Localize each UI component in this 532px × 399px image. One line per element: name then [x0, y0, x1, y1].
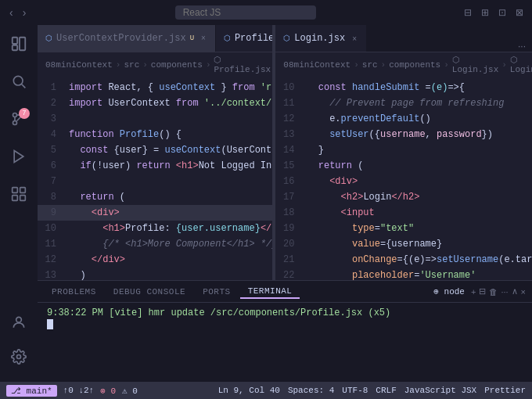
- left-code-area[interactable]: 1 import React, { useContext } from 'rea…: [38, 77, 272, 280]
- terminal-trash-btn[interactable]: 🗑: [489, 287, 498, 297]
- sidebar-item-extensions[interactable]: [6, 182, 31, 207]
- code-line: 19 type="text": [275, 221, 532, 236]
- tab-problems[interactable]: PROBLEMS: [44, 286, 104, 298]
- terminal-split-btn[interactable]: ⊟: [479, 286, 486, 297]
- title-bar: ‹ › ⊟ ⊞ ⊡ ⊠: [0, 0, 532, 25]
- code-line: 6 if(!user) return <h1>Not Logged In</h1…: [38, 158, 272, 174]
- svg-line-4: [22, 84, 26, 88]
- svg-rect-0: [13, 38, 17, 44]
- code-line: 7: [38, 174, 272, 189]
- terminal-cursor: [47, 319, 53, 329]
- code-line: 5 const {user} = useContext(UserContext): [38, 142, 272, 158]
- errors-status[interactable]: ⊗ 0: [100, 386, 116, 396]
- sync-status[interactable]: ↑0 ↓2↑: [63, 386, 95, 395]
- editor-split: ⬡ UserContextProvider.jsx U × ⬡ Profile.…: [38, 25, 532, 280]
- terminal-panel: PROBLEMS DEBUG CONSOLE PORTS TERMINAL ⊕ …: [38, 280, 532, 382]
- tab-label: Profile.jsx: [235, 33, 272, 44]
- right-editor-pane: ⬡ Login.jsx × ··· 08miniContext › src › …: [275, 25, 532, 280]
- terminal-add-btn[interactable]: +: [471, 287, 476, 297]
- prettier-status[interactable]: Prettier: [484, 386, 526, 395]
- code-line: 10 <h1>Profile: {user.username}</h1>: [38, 221, 272, 236]
- code-line: 15 return (: [275, 158, 532, 174]
- terminal-max-btn[interactable]: ×: [521, 287, 526, 297]
- code-line: 3: [38, 111, 272, 127]
- terminal-min-btn[interactable]: ∧: [512, 286, 518, 297]
- code-line: 20 value={username}: [275, 236, 532, 252]
- code-line: 17 <h2>Login</h2>: [275, 189, 532, 205]
- layout-btn-3[interactable]: ⊡: [496, 5, 509, 20]
- code-line: 1 import React, { useContext } from 'rea…: [38, 80, 272, 95]
- code-line: 11 // Prevent page from refreshing: [275, 95, 532, 111]
- terminal-more-btn[interactable]: ···: [501, 287, 508, 297]
- code-line: 10 const handleSubmit =(e)=>{: [275, 80, 532, 95]
- search-bar-container: [34, 5, 457, 20]
- svg-point-3: [13, 76, 23, 85]
- cursor-position[interactable]: Ln 9, Col 40: [218, 386, 280, 395]
- tab-login[interactable]: ⬡ Login.jsx ×: [275, 25, 367, 52]
- svg-marker-11: [14, 151, 23, 163]
- code-line: 2 import UserContext from '../context/Us…: [38, 95, 272, 111]
- spaces-status[interactable]: Spaces: 4: [288, 386, 334, 395]
- search-input[interactable]: [175, 5, 316, 20]
- code-line: 12 e.preventDefault(): [275, 111, 532, 127]
- right-tab-actions: ···: [512, 41, 532, 52]
- code-line: 21 onChange={(e)=>setUsername(e.target.v…: [275, 252, 532, 268]
- right-tab-bar: ⬡ Login.jsx × ···: [275, 25, 532, 52]
- svg-rect-14: [13, 196, 18, 201]
- tab-label: Login.jsx: [294, 33, 345, 44]
- code-line: 8 return (: [38, 189, 272, 205]
- title-bar-right: ⊟ ⊞ ⊡ ⊠: [462, 5, 526, 20]
- git-badge: 7: [19, 108, 30, 119]
- status-bar-right: Ln 9, Col 40 Spaces: 4 UTF-8 CRLF JavaSc…: [218, 386, 526, 395]
- back-button[interactable]: ‹: [6, 5, 16, 20]
- warnings-status[interactable]: ⚠ 0: [122, 386, 138, 396]
- layout-btn-2[interactable]: ⊞: [479, 5, 491, 20]
- accounts-icon[interactable]: [6, 310, 31, 335]
- layout-btn-1[interactable]: ⊟: [462, 5, 474, 20]
- left-breadcrumb: 08miniContext › src › components › ⬡ Pro…: [38, 52, 272, 77]
- language-status[interactable]: JavaScript JSX: [404, 386, 476, 395]
- editors-area: ⬡ UserContextProvider.jsx U × ⬡ Profile.…: [38, 25, 532, 382]
- sidebar-item-explorer[interactable]: [6, 31, 31, 56]
- svg-point-16: [16, 317, 22, 322]
- encoding-status[interactable]: UTF-8: [342, 386, 368, 395]
- svg-rect-1: [13, 45, 17, 50]
- code-line: 14 }: [275, 142, 532, 158]
- code-line: 18 <input: [275, 205, 532, 221]
- svg-rect-15: [20, 196, 26, 201]
- svg-point-17: [17, 355, 21, 359]
- tab-usercontextprovider[interactable]: ⬡ UserContextProvider.jsx U ×: [38, 25, 216, 52]
- tab-profile[interactable]: ⬡ Profile.jsx U ×: [216, 25, 272, 52]
- svg-rect-2: [20, 38, 25, 51]
- sidebar-item-git[interactable]: 7: [6, 106, 31, 131]
- svg-rect-13: [20, 188, 26, 193]
- settings-icon[interactable]: [6, 344, 31, 369]
- tab-terminal[interactable]: TERMINAL: [240, 285, 300, 299]
- tab-ports[interactable]: PORTS: [195, 286, 239, 298]
- code-line: 13 setUser({username, password}): [275, 127, 532, 142]
- more-btn-right[interactable]: ···: [518, 41, 526, 52]
- code-line: 11 {/* <h1>More Component</h1> */}: [38, 236, 272, 252]
- activity-bar: 7: [0, 25, 38, 382]
- forward-button[interactable]: ›: [20, 5, 30, 20]
- tab-close-btn-login[interactable]: ×: [350, 34, 358, 44]
- terminal-body[interactable]: 9:38:22 PM [vite] hmr update /src/compon…: [38, 303, 532, 382]
- svg-point-5: [13, 113, 17, 117]
- title-bar-left: ‹ ›: [6, 5, 29, 20]
- terminal-tab-bar: PROBLEMS DEBUG CONSOLE PORTS TERMINAL ⊕ …: [38, 281, 532, 303]
- git-branch-status[interactable]: ⎇ main*: [6, 385, 57, 397]
- tab-close-btn[interactable]: ×: [200, 33, 207, 43]
- right-code-area[interactable]: 10 const handleSubmit =(e)=>{ 11 // Prev…: [275, 77, 532, 280]
- status-bar-left: ⎇ main* ↑0 ↓2↑ ⊗ 0 ⚠ 0: [6, 385, 138, 397]
- left-editor-pane: ⬡ UserContextProvider.jsx U × ⬡ Profile.…: [38, 25, 272, 280]
- code-line: 4 function Profile() {: [38, 127, 272, 142]
- svg-rect-12: [13, 188, 18, 193]
- sidebar-item-search[interactable]: [6, 69, 31, 94]
- left-tab-bar: ⬡ UserContextProvider.jsx U × ⬡ Profile.…: [38, 25, 272, 52]
- layout-btn-4[interactable]: ⊠: [513, 5, 526, 20]
- tab-debug-console[interactable]: DEBUG CONSOLE: [106, 286, 193, 298]
- line-ending-status[interactable]: CRLF: [376, 386, 396, 395]
- terminal-output-line: 9:38:22 PM [vite] hmr update /src/compon…: [47, 307, 523, 318]
- code-line: 12 </div>: [38, 252, 272, 268]
- sidebar-item-debug[interactable]: [6, 144, 31, 169]
